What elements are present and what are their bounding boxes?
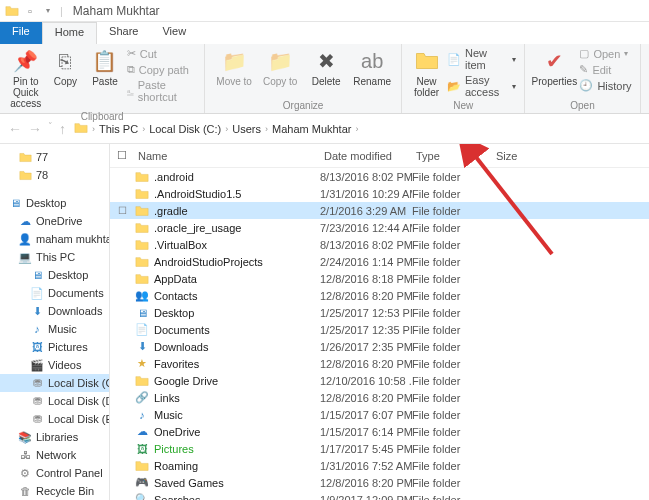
sidebar-item[interactable]: ♪Music	[0, 320, 109, 338]
breadcrumb-item[interactable]: Maham Mukhtar	[272, 123, 351, 135]
ribbon-group-select: ▦Select all ▢Select none ◩Invert selecti…	[641, 44, 649, 113]
chevron-right-icon[interactable]: ›	[92, 124, 95, 134]
breadcrumb[interactable]: › This PC › Local Disk (C:) › Users › Ma…	[74, 121, 358, 137]
properties-icon[interactable]: ▫	[22, 3, 38, 19]
sidebar-item[interactable]: 🖥Desktop	[0, 266, 109, 284]
tab-home[interactable]: Home	[42, 22, 97, 44]
open-button[interactable]: ▢Open▾	[577, 46, 633, 61]
edit-button[interactable]: ✎Edit	[577, 62, 633, 77]
ribbon-group-new: New folder 📄New item▾ 📂Easy access▾ New	[402, 44, 525, 113]
favorites-icon: ★	[134, 357, 150, 371]
breadcrumb-item[interactable]: Local Disk (C:)	[149, 123, 221, 135]
file-row[interactable]: Roaming1/31/2016 7:52 AMFile folder	[110, 457, 649, 474]
file-row[interactable]: .oracle_jre_usage7/23/2016 12:44 AMFile …	[110, 219, 649, 236]
move-icon: 📁	[221, 48, 247, 74]
file-date: 1/31/2016 10:29 AM	[320, 188, 412, 200]
column-name[interactable]: Name	[134, 150, 320, 162]
sidebar-item[interactable]: 📄Documents	[0, 284, 109, 302]
sidebar-item[interactable]: 🖼Pictures	[0, 338, 109, 356]
sidebar-item[interactable]: ⬇Downloads	[0, 302, 109, 320]
cut-button[interactable]: ✂Cut	[125, 46, 198, 61]
file-name: OneDrive	[154, 426, 320, 438]
sidebar-item-desktop[interactable]: 🖥Desktop	[0, 194, 109, 212]
onedrive-icon: ☁	[134, 425, 150, 439]
column-date[interactable]: Date modified	[320, 150, 412, 162]
sidebar-item-libraries[interactable]: 📚Libraries	[0, 428, 109, 446]
properties-button[interactable]: ✔Properties	[531, 46, 577, 89]
row-checkbox[interactable]: ☐	[110, 205, 134, 216]
file-row[interactable]: AppData12/8/2016 8:18 PMFile folder	[110, 270, 649, 287]
folder-icon	[134, 272, 150, 286]
pin-quick-access-button[interactable]: 📌 Pin to Quick access	[6, 46, 46, 111]
rename-icon: ab	[359, 48, 385, 74]
paste-button[interactable]: 📋 Paste	[85, 46, 125, 89]
chevron-right-icon[interactable]: ›	[142, 124, 145, 134]
file-row[interactable]: ☁OneDrive1/15/2017 6:14 PMFile folder	[110, 423, 649, 440]
chevron-right-icon[interactable]: ›	[225, 124, 228, 134]
recycle-bin-icon: 🗑	[18, 484, 32, 498]
file-row[interactable]: 🔍Searches1/9/2017 12:09 PMFile folder	[110, 491, 649, 500]
file-date: 12/8/2016 8:20 PM	[320, 358, 412, 370]
new-folder-button[interactable]: New folder	[408, 46, 445, 100]
sidebar-item[interactable]: 77	[0, 148, 109, 166]
sidebar-item[interactable]: ⛃Local Disk (D:)	[0, 392, 109, 410]
file-row[interactable]: 🎮Saved Games12/8/2016 8:20 PMFile folder	[110, 474, 649, 491]
dropdown-icon[interactable]: ▾	[40, 3, 56, 19]
history-button[interactable]: 🕘History	[577, 78, 633, 93]
file-row[interactable]: 🖼Pictures1/17/2017 5:45 PMFile folder	[110, 440, 649, 457]
recent-dropdown[interactable]: ˅	[48, 121, 53, 137]
sidebar-item-localdisk-c[interactable]: ⛃Local Disk (C:)	[0, 374, 109, 392]
sidebar-item[interactable]: ⛃Local Disk (E:)	[0, 410, 109, 428]
copy-button[interactable]: ⎘ Copy	[46, 46, 86, 89]
delete-button[interactable]: ✖Delete	[303, 46, 349, 89]
navigation-pane[interactable]: 77 78 🖥Desktop ☁OneDrive 👤maham mukhtar …	[0, 144, 110, 500]
file-row[interactable]: 👥Contacts12/8/2016 8:20 PMFile folder	[110, 287, 649, 304]
file-row[interactable]: 🔗Links12/8/2016 8:20 PMFile folder	[110, 389, 649, 406]
sidebar-item-recyclebin[interactable]: 🗑Recycle Bin	[0, 482, 109, 500]
tab-file[interactable]: File	[0, 22, 42, 44]
sidebar-item[interactable]: 78	[0, 166, 109, 184]
breadcrumb-item[interactable]: Users	[232, 123, 261, 135]
up-button[interactable]: ↑	[59, 121, 66, 137]
copy-to-button[interactable]: 📁Copy to	[257, 46, 303, 89]
music-icon: ♪	[134, 408, 150, 422]
file-row[interactable]: ☐.gradle2/1/2016 3:29 AMFile folder	[110, 202, 649, 219]
chevron-right-icon[interactable]: ›	[355, 124, 358, 134]
file-name: .android	[154, 171, 320, 183]
file-date: 1/25/2017 12:53 PM	[320, 307, 412, 319]
file-row[interactable]: .VirtualBox8/13/2016 8:02 PMFile folder	[110, 236, 649, 253]
sidebar-item-onedrive[interactable]: ☁OneDrive	[0, 212, 109, 230]
sidebar-item-thispc[interactable]: 💻This PC	[0, 248, 109, 266]
new-item-button[interactable]: 📄New item▾	[445, 46, 518, 72]
file-row[interactable]: .AndroidStudio1.51/31/2016 10:29 AMFile …	[110, 185, 649, 202]
sidebar-item-controlpanel[interactable]: ⚙Control Panel	[0, 464, 109, 482]
file-row[interactable]: Google Drive12/10/2016 10:58 ...File fol…	[110, 372, 649, 389]
file-row[interactable]: .android8/13/2016 8:02 PMFile folder	[110, 168, 649, 185]
easy-access-button[interactable]: 📂Easy access▾	[445, 73, 518, 99]
back-button[interactable]: ←	[8, 121, 22, 137]
copy-path-button[interactable]: ⧉Copy path	[125, 62, 198, 77]
move-to-button[interactable]: 📁Move to	[211, 46, 257, 89]
file-row[interactable]: AndroidStudioProjects2/24/2016 1:14 PMFi…	[110, 253, 649, 270]
file-row[interactable]: ★Favorites12/8/2016 8:20 PMFile folder	[110, 355, 649, 372]
breadcrumb-item[interactable]: This PC	[99, 123, 138, 135]
forward-button[interactable]: →	[28, 121, 42, 137]
column-type[interactable]: Type	[412, 150, 492, 162]
paste-shortcut-button[interactable]: ⎁Paste shortcut	[125, 78, 198, 104]
file-row[interactable]: ⬇Downloads1/26/2017 2:35 PMFile folder	[110, 338, 649, 355]
sidebar-item-user[interactable]: 👤maham mukhtar	[0, 230, 109, 248]
file-row[interactable]: 📄Documents1/25/2017 12:35 PMFile folder	[110, 321, 649, 338]
file-row[interactable]: ♪Music1/15/2017 6:07 PMFile folder	[110, 406, 649, 423]
breadcrumb-root-icon[interactable]	[74, 121, 88, 137]
sidebar-item-network[interactable]: 🖧Network	[0, 446, 109, 464]
chevron-right-icon[interactable]: ›	[265, 124, 268, 134]
file-row[interactable]: 🖥Desktop1/25/2017 12:53 PMFile folder	[110, 304, 649, 321]
file-date: 1/25/2017 12:35 PM	[320, 324, 412, 336]
sidebar-item[interactable]: 🎬Videos	[0, 356, 109, 374]
select-all-checkbox[interactable]: ☐	[110, 149, 134, 162]
column-headers: ☐ Name Date modified Type Size	[110, 144, 649, 168]
tab-view[interactable]: View	[150, 22, 198, 44]
column-size[interactable]: Size	[492, 150, 649, 162]
tab-share[interactable]: Share	[97, 22, 150, 44]
rename-button[interactable]: abRename	[349, 46, 395, 89]
